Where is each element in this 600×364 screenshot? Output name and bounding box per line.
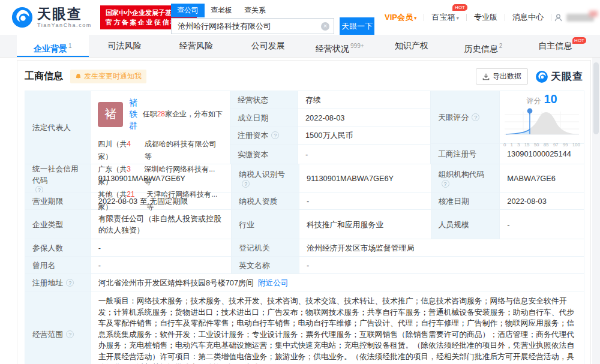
value-former-name: - <box>91 257 232 273</box>
tab-judicial-risk[interactable]: 司法风险 <box>89 35 161 57</box>
region-row-sichuan: 四川（共4家） 成都哈的科技有限公司等 <box>98 138 223 163</box>
value-industry: 科技推广和应用服务业 <box>299 210 431 239</box>
value-staff-size: - <box>500 210 584 239</box>
value-approval-date: 2022-08-03 <box>500 192 584 209</box>
user-area[interactable] <box>554 13 594 22</box>
chevron-down-icon: ▾ <box>456 15 459 21</box>
value-registration-number: 130901000025144 <box>500 144 584 164</box>
divider <box>551 14 551 21</box>
tab-intellectual-property[interactable]: 知识产权 <box>376 35 448 57</box>
section-title: 工商信息 <box>25 70 63 83</box>
value-credit-code: 91130901MABWA7GE6Y <box>91 164 232 192</box>
legal-rep-name-link[interactable]: 褚轶群 <box>129 97 138 131</box>
logo-title: 天眼查 <box>37 7 92 21</box>
region-company-link[interactable]: 成都哈的科技有限公司等 <box>145 138 223 163</box>
value-business-term: 2022-08-03 至 无固定期限 <box>91 192 232 209</box>
notification-dot <box>589 11 598 17</box>
tab-history-info[interactable]: 历史信息2 <box>448 35 520 57</box>
top-header: 天眼查 TianYanCha.com 国家中小企业发展子基金旗下 官方备案企业征… <box>0 0 600 35</box>
help-icon[interactable]: ? <box>66 279 74 287</box>
help-icon[interactable]: ? <box>271 131 279 139</box>
value-established-date: 2022-08-03 <box>298 109 430 127</box>
value-company-type: 有限责任公司（非自然人投资或控股的法人独资） <box>91 210 232 239</box>
username-blurred <box>566 14 594 22</box>
search-tab-company[interactable]: 查公司 <box>171 4 205 17</box>
label-english-name: 英文名称 <box>232 257 299 273</box>
label-business-scope: 经营范围? <box>25 291 91 364</box>
search-button[interactable]: 天眼一下 <box>340 17 374 35</box>
label-approval-date: 核准日期 <box>431 192 500 209</box>
legal-representative-cell: 褚 褚轶群 任职28家企业，分布如下 四川（共4家） 成都哈的科技有限公司等 广… <box>91 91 230 164</box>
label-registration-number: 工商注册号 <box>431 144 500 164</box>
label-industry: 行业 <box>232 210 299 239</box>
clear-icon[interactable]: × <box>321 22 329 31</box>
value-insured-count: - <box>91 239 232 256</box>
hot-badge: HOT <box>452 4 467 11</box>
menu-messages[interactable]: 消息中心 <box>505 12 551 23</box>
value-taxpayer-quality: - <box>299 192 431 209</box>
page-right-gutter <box>592 58 600 364</box>
tab-operation-risk[interactable]: 经营风险 <box>160 35 232 57</box>
help-icon[interactable]: ? <box>442 180 449 188</box>
logo-domain: TianYanCha.com <box>37 22 92 28</box>
help-icon[interactable]: ? <box>66 330 74 338</box>
tab-operation-status[interactable]: 经营状况999+ <box>304 35 376 57</box>
bell-icon <box>75 73 82 80</box>
tianyancha-logo[interactable]: 天眼查 TianYanCha.com <box>11 6 92 29</box>
label-taxpayer-id: 纳税人识别号? <box>232 164 299 192</box>
help-icon[interactable]: ? <box>242 180 250 188</box>
value-org-code: MABWA7GE6 <box>500 164 584 192</box>
search-tab-relation[interactable]: 查关系 <box>238 4 272 17</box>
menu-vip[interactable]: VIP会员▾ <box>377 12 424 23</box>
scrollbar-thumb[interactable] <box>593 62 599 134</box>
export-data-button[interactable]: 导出数据 <box>476 68 528 85</box>
value-business-scope: 一般项目：网络技术服务；技术服务、技术开发、技术咨询、技术交流、技术转让、技术推… <box>91 291 584 364</box>
company-nav: 企业背景1 司法风险 经营风险 公司发展 经营状况999+ 知识产权 历史信息2… <box>0 35 600 58</box>
tab-enterprise-background[interactable]: 企业背景1 <box>17 35 89 57</box>
business-info-panel: 工商信息 发生变更时通知我 导出数据 <box>17 60 591 364</box>
label-business-term: 营业期限 <box>25 192 91 209</box>
value-registry: 沧州经济开发区市场监督管理局 <box>299 239 584 256</box>
menu-toolbox[interactable]: HOT百宝箱▾ <box>424 12 466 23</box>
value-english-name: - <box>299 257 584 273</box>
menu-pro[interactable]: 专业版 <box>467 12 505 23</box>
label-staff-size: 人员规模 <box>431 210 500 239</box>
nearby-companies-link[interactable]: 附近公司 <box>258 277 289 288</box>
label-credit-code: 统一社会信用代码? <box>25 164 91 192</box>
label-taxpayer-quality: 纳税人资质 <box>232 192 299 209</box>
value-business-status: 存续 <box>298 91 430 109</box>
value-paid-capital: - <box>298 145 430 164</box>
label-former-name: 曾用名 <box>25 257 91 273</box>
label-business-status: 经营状态 <box>230 91 298 109</box>
page: 天眼查 TianYanCha.com 国家中小企业发展子基金旗下 官方备案企业征… <box>0 0 600 364</box>
tianyancha-watermark: 天眼查 <box>535 70 583 83</box>
search-tab-boss[interactable]: 查老板 <box>205 4 238 17</box>
value-taxpayer-id: 91130901MABWA7GE6Y <box>299 164 431 192</box>
label-tianyan-score: 天眼评分? <box>431 91 500 143</box>
search-tabs: 查公司 查老板 查关系 <box>171 5 374 17</box>
search-area: 查公司 查老板 查关系 × 天眼一下 <box>171 5 374 35</box>
label-paid-capital: 实缴资本 <box>230 145 298 164</box>
score-distribution-chart <box>503 107 580 136</box>
value-registered-address: 河北省沧州市开发区靖烨科技园8号楼707房间 附近公司 <box>91 274 584 291</box>
label-registered-capital: 注册资本? <box>230 127 298 145</box>
user-icon <box>554 13 563 22</box>
value-registered-capital: 1500万人民币 <box>298 127 430 145</box>
label-established-date: 成立日期 <box>230 109 298 127</box>
label-legal-representative: 法定代表人 <box>25 91 91 164</box>
notify-on-change-button[interactable]: 发生变更时通知我 <box>70 70 146 83</box>
legal-rep-avatar[interactable]: 褚 <box>98 102 123 127</box>
help-icon[interactable]: ? <box>472 113 479 121</box>
label-org-code: 组织机构代码? <box>431 164 500 192</box>
hot-badge: HOT <box>572 37 586 44</box>
section-head: 工商信息 发生变更时通知我 导出数据 <box>17 61 590 91</box>
score-value: 10 <box>544 92 557 106</box>
tianyancha-logo-icon <box>535 70 548 83</box>
label-insured-count: 参保人数 <box>25 239 91 256</box>
top-menu: VIP会员▾ HOT百宝箱▾ 专业版 消息中心 <box>377 12 594 23</box>
tab-self-published-info[interactable]: 自主信息HOT <box>519 35 591 57</box>
tab-company-development[interactable]: 公司发展 <box>232 35 304 57</box>
search-input[interactable] <box>171 18 334 34</box>
label-company-type: 企业类型 <box>25 210 91 239</box>
tianyancha-logo-icon <box>11 6 34 29</box>
